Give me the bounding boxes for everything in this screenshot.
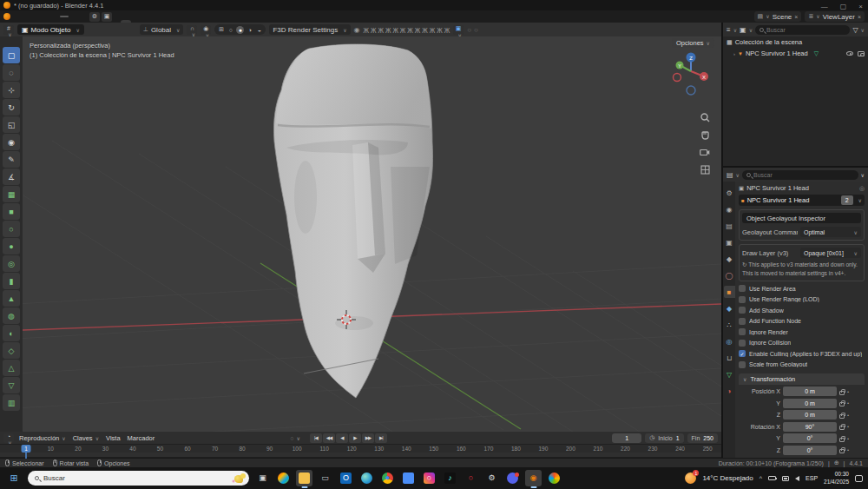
bone-toggle-icon[interactable]: Ж	[444, 26, 450, 34]
store-icon[interactable]	[400, 470, 417, 486]
tab-output[interactable]: ▤	[724, 220, 735, 232]
lock-icon[interactable]	[839, 426, 845, 430]
settings-icon[interactable]: ⚙	[483, 470, 500, 486]
checkbox[interactable]	[739, 307, 746, 314]
checkbox[interactable]	[739, 318, 746, 325]
menu-item[interactable]	[60, 16, 69, 17]
expand-icon[interactable]: ›	[733, 51, 735, 56]
tool-add-empty[interactable]: ◇	[3, 342, 20, 359]
tool-add-bezier[interactable]: ◐	[3, 325, 20, 341]
chrome-icon[interactable]: ●	[379, 470, 396, 486]
tab-modifiers[interactable]: ◆	[724, 302, 735, 314]
bone-toggle-icon[interactable]: Ж	[407, 26, 412, 34]
tool-add-icosphere[interactable]: ◎	[3, 255, 20, 272]
panel-divider[interactable]	[721, 23, 723, 458]
battery-icon[interactable]	[768, 476, 776, 480]
render-toggle-icon[interactable]: ○	[474, 26, 478, 34]
transform-value-field[interactable]: 0 m	[783, 387, 837, 396]
photos-icon[interactable]	[546, 470, 562, 486]
render-settings-dropdown[interactable]: F3D Render Settings	[269, 24, 350, 35]
transform-value-field[interactable]: 0°	[783, 433, 837, 443]
checkbox[interactable]	[739, 361, 746, 368]
transform-value-field[interactable]: 0°	[783, 446, 837, 455]
edge-icon[interactable]	[358, 470, 375, 486]
disable-render-icon[interactable]	[858, 51, 865, 56]
tool-add-plane[interactable]: ▦	[3, 186, 20, 202]
tab-particles[interactable]: ∴	[724, 319, 735, 331]
editor-type-icon[interactable]: #	[3, 25, 14, 35]
checkbox[interactable]	[739, 285, 746, 292]
outlook-icon[interactable]: O	[338, 470, 354, 486]
play-reverse-button[interactable]: ◀	[336, 433, 348, 443]
bone-toggle-icon[interactable]: Ж	[364, 26, 369, 34]
tiktok-icon[interactable]: ♪	[442, 470, 458, 486]
next-keyframe-button[interactable]: ▶▶	[362, 433, 374, 443]
properties-search-input[interactable]	[753, 172, 854, 178]
tab-scene[interactable]: ◆	[724, 253, 735, 265]
laptop-icon[interactable]: ▭	[317, 470, 333, 486]
draw-layer-dropdown[interactable]: Opaque [0x01]	[800, 248, 861, 258]
lock-icon[interactable]	[839, 449, 845, 453]
tool-add-lattice[interactable]: ▽	[3, 377, 20, 393]
tab-material[interactable]: ◑	[724, 385, 735, 397]
file-explorer-icon[interactable]	[296, 470, 312, 486]
taskbar-search-input[interactable]	[43, 474, 174, 482]
animate-dot-icon[interactable]: •	[847, 413, 849, 418]
timeline-menu-item[interactable]: Reproducción	[16, 434, 69, 442]
transform-value-field[interactable]: 0 m	[783, 410, 837, 420]
animate-dot-icon[interactable]: •	[847, 447, 849, 453]
outliner-filter-icon[interactable]: ≡	[727, 26, 737, 34]
timeline-menu-item[interactable]: Vista	[103, 434, 123, 442]
viewport-3d[interactable]: ▢◌⊹↻◱◉✎∡▦■○●◎▮▲◍◐◇△▽▥ Personalizada (per…	[0, 36, 721, 432]
menu-item[interactable]	[50, 16, 59, 17]
checkbox-use-render-area[interactable]: Use Render Area	[739, 285, 865, 292]
checkbox[interactable]	[739, 328, 746, 335]
bone-toggle-icon[interactable]: Ж	[378, 26, 383, 34]
checkbox-ignore-render[interactable]: Ignore Render	[739, 328, 865, 335]
tool-select-box[interactable]: ▢	[3, 47, 20, 63]
bone-toggle-icon[interactable]: Ж	[392, 26, 398, 34]
weather-text[interactable]: 14°C Despejado	[702, 474, 753, 482]
checkbox-use-render-range[interactable]: Use Render Range (LOD)	[739, 296, 865, 303]
menu-item[interactable]	[31, 16, 40, 17]
close-button[interactable]: ×	[858, 3, 863, 10]
wireframe-toggle-icon[interactable]: ⊞	[217, 26, 225, 34]
tool-add-circle[interactable]: ○	[3, 221, 20, 237]
checkbox-add-function-node[interactable]: Add Function Node	[739, 318, 865, 325]
scene-selector[interactable]: ▤ Scene ×	[754, 11, 802, 22]
snap-magnet-icon[interactable]: ∩	[187, 25, 197, 35]
timeline-editor-icon[interactable]: ◔	[3, 433, 14, 443]
lock-icon[interactable]	[839, 414, 845, 419]
tab-data[interactable]: ▽	[724, 368, 735, 380]
viewport-3d-model[interactable]	[273, 44, 432, 398]
tool-move[interactable]: ⊹	[3, 82, 20, 98]
lock-icon[interactable]	[839, 438, 845, 442]
properties-search[interactable]	[742, 170, 858, 180]
start-button[interactable]: ⊞	[5, 472, 23, 484]
bone-toggle-icon[interactable]: Ж	[400, 26, 405, 34]
menu-item[interactable]	[12, 16, 21, 17]
blender-icon[interactable]: ◉	[525, 470, 542, 486]
proportional-edit-icon[interactable]: ◉	[201, 25, 211, 35]
transform-section-header[interactable]: ∨ Transformación	[739, 373, 865, 385]
bone-toggle-icon[interactable]: Ж	[385, 26, 391, 34]
discord-icon[interactable]	[504, 470, 521, 486]
tool-scale[interactable]: ◱	[3, 116, 20, 133]
notification-center-icon[interactable]	[855, 475, 863, 482]
outliner-search-input[interactable]	[766, 27, 845, 33]
viewport-options-button[interactable]: Opciones	[672, 38, 714, 48]
overlay-eye-icon[interactable]: ◉	[354, 26, 360, 34]
tab-physics[interactable]: ◎	[724, 335, 735, 347]
geolayout-command-dropdown[interactable]: Optimal	[800, 227, 861, 237]
users-count-badge[interactable]: 2	[841, 195, 853, 205]
tool-add-torus[interactable]: ◍	[3, 307, 20, 324]
checkbox-ignore-collision[interactable]: Ignore Collision	[739, 340, 865, 347]
animate-dot-icon[interactable]: •	[847, 424, 849, 429]
checkbox[interactable]	[739, 340, 746, 347]
render-toggle-icon[interactable]: ○	[467, 26, 471, 34]
viewlayer-close-icon[interactable]: ×	[858, 14, 861, 20]
keying-icon[interactable]: ▣	[102, 12, 112, 22]
transform-value-field[interactable]: 0 m	[783, 399, 837, 408]
animate-dot-icon[interactable]: •	[847, 400, 849, 406]
jump-to-start-button[interactable]: |◀	[310, 433, 322, 443]
